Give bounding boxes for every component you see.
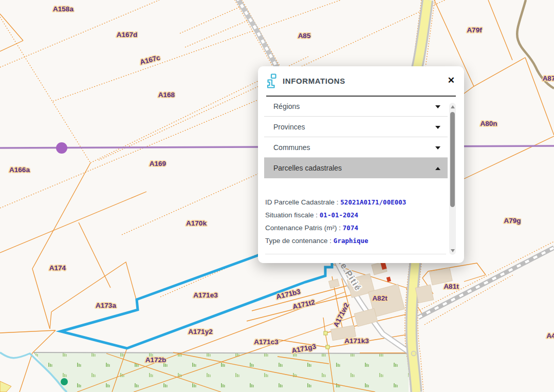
parcel-details: ID Parcelle Cadastrale : 52021A0171/00E0… bbox=[265, 196, 445, 247]
parcel-label: A171e3 bbox=[193, 291, 218, 299]
panel-title: INFORMATIONS bbox=[283, 77, 345, 85]
parcel-label: A82t bbox=[372, 294, 387, 302]
cadastral-map-viewer: Rue de Pitié A158aA167dA167cA168A85A79fA… bbox=[0, 0, 554, 392]
panel-header: INFORMATIONS ✕ bbox=[258, 66, 464, 96]
chevron-down-icon bbox=[435, 126, 440, 129]
detail-parcel-id: ID Parcelle Cadastrale : 52021A0171/00E0… bbox=[265, 196, 445, 209]
close-icon[interactable]: ✕ bbox=[448, 76, 455, 85]
details-divider bbox=[265, 254, 446, 254]
parcel-label: A168 bbox=[158, 91, 175, 99]
type-contenance-value: Graphique bbox=[334, 237, 368, 245]
detail-situation-fiscale: Situation fiscale : 01-01-2024 bbox=[265, 209, 445, 221]
chevron-down-icon bbox=[435, 105, 440, 108]
scroll-up-icon[interactable] bbox=[451, 105, 455, 108]
scrollbar-thumb[interactable] bbox=[450, 112, 455, 207]
scroll-down-icon[interactable] bbox=[451, 249, 455, 252]
parcel-label: A174 bbox=[49, 264, 66, 272]
parcel-label: A172b bbox=[145, 356, 167, 364]
parcel-label: A173a bbox=[96, 302, 116, 309]
road-junction-node bbox=[412, 351, 416, 356]
parcel-label: A158a bbox=[53, 5, 73, 13]
parcel-label: A4 bbox=[546, 332, 554, 340]
parcel-label: A79f bbox=[467, 26, 482, 34]
accordion-item-provinces[interactable]: Provinces bbox=[264, 117, 448, 137]
boundary-node bbox=[56, 142, 67, 154]
accordion-item-parcelles[interactable]: Parcelles cadastrales bbox=[264, 158, 448, 178]
detail-contenance: Contenance Patris (m²) : 7074 bbox=[265, 221, 445, 234]
parcel-label: A85 bbox=[298, 32, 311, 40]
stream-node bbox=[61, 378, 68, 385]
accordion-item-regions[interactable]: Régions bbox=[264, 96, 448, 117]
accordion: Régions Provinces Communes Parcelles cad… bbox=[264, 96, 448, 178]
parcel-label: A166a bbox=[9, 166, 30, 174]
parcel-label: A171c3 bbox=[254, 338, 279, 346]
info-icon bbox=[266, 73, 278, 91]
parcel-label: A80n bbox=[480, 120, 497, 127]
parcel-label: A169 bbox=[150, 160, 166, 167]
parcel-id-value: 52021A0171/00E003 bbox=[340, 198, 406, 206]
parcel-label: A171y2 bbox=[188, 328, 212, 335]
contenance-value: 7074 bbox=[343, 224, 358, 232]
parcel-label: A79g bbox=[504, 217, 521, 225]
accordion-item-communes[interactable]: Communes bbox=[264, 137, 448, 158]
detail-type-contenance: Type de contenance : Graphique bbox=[265, 234, 445, 247]
chevron-down-icon bbox=[435, 146, 440, 150]
situation-fiscale-value: 01-01-2024 bbox=[320, 211, 358, 219]
parcel-label: A171k3 bbox=[344, 337, 369, 345]
chevron-up-icon bbox=[435, 167, 440, 170]
panel-scrollbar[interactable] bbox=[449, 103, 456, 255]
parcel-label: A170k bbox=[186, 219, 207, 227]
parcel-label: A87 bbox=[543, 74, 554, 82]
informations-panel: INFORMATIONS ✕ Régions Provinces Commune… bbox=[258, 66, 464, 263]
parcel-label: A167d bbox=[117, 31, 138, 39]
parcel-label: A81t bbox=[444, 283, 459, 290]
